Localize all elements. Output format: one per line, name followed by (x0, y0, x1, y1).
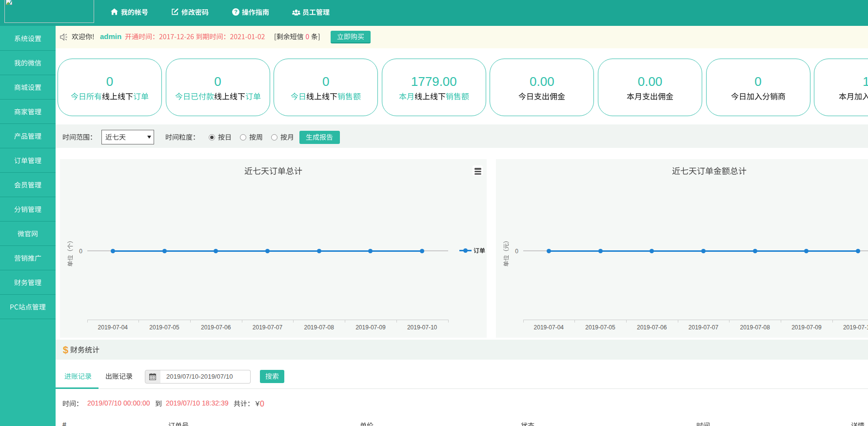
svg-text:?: ? (234, 9, 237, 15)
